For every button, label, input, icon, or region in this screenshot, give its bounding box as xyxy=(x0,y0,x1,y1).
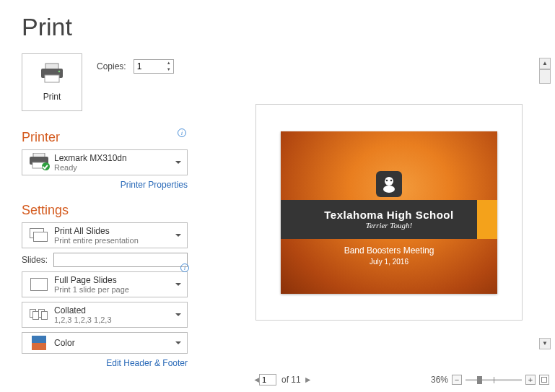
zoom-slider[interactable] xyxy=(466,379,522,381)
svg-point-8 xyxy=(383,186,395,193)
printer-dropdown[interactable]: Lexmark MX310dn Ready xyxy=(22,149,188,175)
slide-tagline-text: Terrier Tough! xyxy=(366,221,412,230)
printer-properties-link[interactable]: Printer Properties xyxy=(121,180,188,190)
full-page-icon xyxy=(30,278,48,291)
copies-down-button[interactable]: ▼ xyxy=(165,66,173,73)
slide-thumbnail: Texlahoma High School Terrier Tough! Ban… xyxy=(281,131,497,294)
collate-dropdown[interactable]: Collated 1,2,3 1,2,3 1,2,3 xyxy=(22,302,188,328)
slides-info-icon[interactable]: i xyxy=(180,263,189,272)
printer-name: Lexmark MX310dn xyxy=(54,153,184,163)
svg-point-3 xyxy=(58,71,61,73)
color-icon xyxy=(32,336,46,350)
print-what-line2: Print entire presentation xyxy=(54,236,184,245)
scroll-down-button[interactable]: ▼ xyxy=(539,338,551,349)
print-all-slides-icon xyxy=(30,228,48,243)
print-button[interactable]: Print xyxy=(22,53,82,111)
status-ok-icon xyxy=(42,162,50,170)
zoom-percent-label: 36% xyxy=(431,375,448,385)
chevron-down-icon xyxy=(175,161,181,164)
vertical-scrollbar[interactable]: ▲ ▼ xyxy=(539,58,551,349)
color-line1: Color xyxy=(54,338,184,348)
slide-date-text: July 1, 2016 xyxy=(281,258,497,266)
copies-up-button[interactable]: ▲ xyxy=(165,60,173,66)
current-page-input[interactable] xyxy=(259,374,276,386)
slide-title-text: Texlahoma High School xyxy=(324,209,453,221)
svg-rect-2 xyxy=(45,75,59,82)
chevron-down-icon xyxy=(175,341,181,344)
zoom-in-button[interactable]: + xyxy=(525,375,536,385)
svg-point-7 xyxy=(385,177,393,186)
zoom-slider-thumb[interactable] xyxy=(477,376,482,384)
zoom-fit-button[interactable] xyxy=(539,375,549,385)
printer-section-title: Printer xyxy=(22,130,60,145)
chevron-down-icon xyxy=(175,283,181,286)
prev-page-button[interactable]: ◄ xyxy=(250,375,257,385)
layout-line2: Print 1 slide per page xyxy=(54,285,184,294)
copies-label: Copies: xyxy=(97,61,126,71)
print-button-label: Print xyxy=(43,92,61,102)
zoom-out-button[interactable]: − xyxy=(452,375,462,385)
layout-dropdown[interactable]: Full Page Slides Print 1 slide per page xyxy=(22,271,188,297)
total-pages-label: of 11 xyxy=(281,375,301,385)
page-title: Print xyxy=(0,0,555,41)
print-what-dropdown[interactable]: Print All Slides Print entire presentati… xyxy=(22,222,188,248)
chevron-down-icon xyxy=(175,313,181,316)
settings-section-title: Settings xyxy=(22,203,69,217)
svg-rect-0 xyxy=(45,64,58,69)
edit-header-footer-link[interactable]: Edit Header & Footer xyxy=(106,358,188,368)
slides-input[interactable] xyxy=(53,253,188,267)
layout-line1: Full Page Slides xyxy=(54,275,184,285)
svg-point-11 xyxy=(383,178,385,180)
printer-status: Ready xyxy=(54,163,184,172)
slides-label: Slides: xyxy=(22,255,48,265)
print-what-line1: Print All Slides xyxy=(54,226,184,236)
color-dropdown[interactable]: Color xyxy=(22,332,188,354)
printer-info-icon[interactable]: i xyxy=(178,129,186,137)
slide-subtitle-text: Band Boosters Meeting xyxy=(281,245,497,256)
chevron-down-icon xyxy=(175,234,181,237)
collate-line2: 1,2,3 1,2,3 1,2,3 xyxy=(54,315,184,324)
scroll-thumb[interactable] xyxy=(539,69,551,84)
collated-icon xyxy=(30,308,48,322)
collate-line1: Collated xyxy=(54,305,184,315)
printer-icon xyxy=(40,63,64,86)
mascot-icon xyxy=(376,171,402,197)
scroll-up-button[interactable]: ▲ xyxy=(539,58,551,69)
svg-point-9 xyxy=(386,179,388,181)
next-page-button[interactable]: ► xyxy=(301,375,308,385)
svg-point-10 xyxy=(390,179,393,181)
slide-preview: Texlahoma High School Terrier Tough! Ban… xyxy=(255,104,523,321)
